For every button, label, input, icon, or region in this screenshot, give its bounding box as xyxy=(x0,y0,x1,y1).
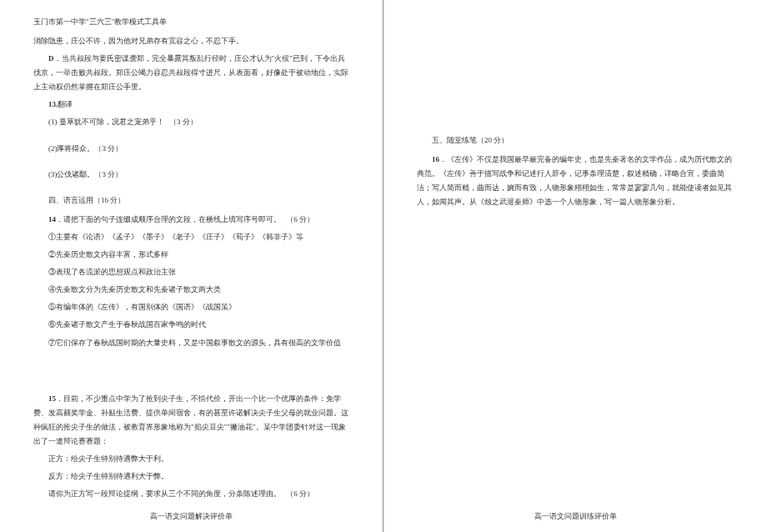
q14-opt6: ⑥先秦诸子散文产生于春秋战国百家争鸣的时代 xyxy=(33,318,349,332)
q14-header: 14．请把下面的句子连缀成顺序合理的文段，在横线上填写序号即可。 （6 分） xyxy=(33,213,349,227)
q14-opt2: ②先秦历史散文内容丰富，形式多样 xyxy=(33,248,349,262)
q15-task-text: 请你为正方写一段辩论提纲，要求从三个不同的角度，分条陈述理由。 xyxy=(48,489,281,498)
right-content: 五、随堂练笔（20 分） 16．《左传》不仅是我国最早最完备的编年史，也是先秦著… xyxy=(417,17,734,209)
left-content: 消除隐患，庄公不许，因为他对兄弟存有宽容之心，不忍下手。 D．当共叔段与姜氏密谋… xyxy=(33,34,349,501)
section-5-title: 五、随堂练笔（20 分） xyxy=(417,133,734,148)
page-header: 玉门市第一中学"三六三"教学模式工具单 xyxy=(33,17,349,28)
q14-opt1: ①主要有《论语》《孟子》《墨子》《老子》《庄子》《荀子》《韩非子》等 xyxy=(33,230,349,244)
q13-1-text: (1) 蔓草犹不可除，况君之宠弟乎！ xyxy=(48,118,164,126)
q16: 16．《左传》不仅是我国最早最完备的编年史，也是先秦著名的文学作品，成为历代散文… xyxy=(417,153,734,209)
q15-con: 反方：给尖子生特别待遇利大于弊。 xyxy=(33,469,349,484)
q14-opt5: ⑤有编年体的《左传》，有国别体的《国语》《战国策》 xyxy=(33,300,349,314)
option-d-text: ．当共叔段与姜氏密谋袭郑，完全暴露其叛乱行径时，庄公才认为"火候"已到，下令出兵… xyxy=(33,54,348,91)
q14-opt3: ③表现了各流派的思想观点和政治主张 xyxy=(33,265,349,279)
q13-1: (1) 蔓草犹不可除，况君之宠弟乎！ （3 分） xyxy=(33,115,349,129)
q15-num: 15 xyxy=(48,394,56,403)
q15: 15．目前，不少重点中学为了抢到尖子生，不惜代价，开出一个比一个优厚的条件：免学… xyxy=(33,392,349,449)
q14-opt7: ⑦它们保存了春秋战国时期的大量史料，又是中国叙事散文的源头，具有很高的文学价值 xyxy=(33,336,349,350)
footer-left: 高一语文问题解决评价单 xyxy=(0,511,383,522)
q14-num: 14 xyxy=(48,215,56,223)
q15-text: ．目前，不少重点中学为了抢到尖子生，不惜代价，开出一个比一个优厚的条件：免学费、… xyxy=(33,394,348,445)
q14-text: ．请把下面的句子连缀成顺序合理的文段，在横线上填写序号即可。 xyxy=(56,215,281,223)
option-d: D．当共叔段与姜氏密谋袭郑，完全暴露其叛乱行径时，庄公才认为"火候"已到，下令出… xyxy=(33,52,349,94)
q13-header: 13.翻译 xyxy=(33,98,349,112)
q16-num: 16 xyxy=(432,155,439,163)
intro-line: 消除隐患，庄公不许，因为他对兄弟存有宽容之心，不忍下手。 xyxy=(33,34,349,48)
q15-task: 请你为正方写一段辩论提纲，要求从三个不同的角度，分条陈述理由。 （6 分） xyxy=(33,487,349,501)
section-4-title: 四、语言运用（16 分） xyxy=(33,193,349,208)
q13-title: 翻译 xyxy=(58,100,73,108)
q16-text: ．《左传》不仅是我国最早最完备的编年史，也是先秦著名的文学作品，成为历代散文的典… xyxy=(417,155,732,206)
q14-opt4: ④先秦散文分为先秦历史散文和先秦诸子散文两大类 xyxy=(33,283,349,297)
q13-2: (2)厚将得众。（3 分） xyxy=(33,142,349,156)
footer-right: 高一语文问题训练评价单 xyxy=(384,511,767,522)
q14-pts: （6 分） xyxy=(286,215,314,223)
q13-1-pts: （3 分） xyxy=(169,118,198,126)
q13-num: 13. xyxy=(48,100,58,108)
q13-3: (3)公伐诸鄢。（3 分） xyxy=(33,168,349,182)
q15-pro: 正方：给尖子生特别待遇弊大于利。 xyxy=(33,452,349,466)
q15-pts: （6 分） xyxy=(286,489,314,498)
